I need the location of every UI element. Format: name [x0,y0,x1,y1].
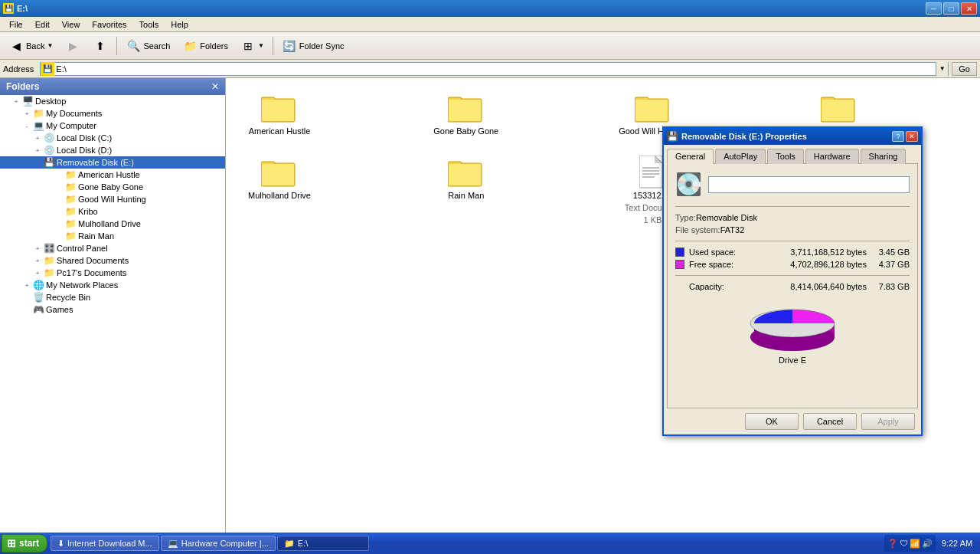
sidebar-item-american-hustle[interactable]: 📁 American Hustle [0,169,225,181]
restore-button[interactable]: □ [943,2,959,15]
sidebar-item-label: Control Panel [55,244,108,253]
menu-tools[interactable]: Tools [133,18,165,31]
sidebar-item-games[interactable]: 🎮 Games [0,303,225,316]
sidebar-item-label: Good Will Hunting [77,195,146,204]
explorer-icon: 📁 [284,539,295,549]
sidebar-item-my-network-places[interactable]: + 🌐 My Network Places [0,279,225,291]
tab-hardware[interactable]: Hardware [805,149,859,164]
forward-button[interactable]: ▶ [60,35,86,57]
address-dropdown-icon[interactable]: ▼ [936,62,948,76]
taskbar-item-idm[interactable]: ⬇ Internet Download M... [51,536,159,551]
up-icon: ⬆ [93,38,108,54]
sidebar-item-label: Recycle Bin [44,293,90,302]
title-bar: 💾 E:\ ─ □ ✕ [0,0,980,17]
tab-tools[interactable]: Tools [767,149,804,164]
sidebar-item-local-d[interactable]: + 💿 Local Disk (D:) [0,144,225,156]
views-icon: ⊞ [240,38,256,54]
hardware-icon: 💻 [168,539,178,549]
sidebar-item-rain-man[interactable]: 📁 Rain Man [0,230,225,242]
question-icon: ❓ [887,539,898,549]
sidebar-item-label: American Hustle [77,170,140,179]
close-button[interactable]: ✕ [961,2,977,15]
sidebar-item-kribo[interactable]: 📁 Kribo [0,205,225,218]
taskbar-item-explorer[interactable]: 📁 E:\ [277,536,369,551]
sidebar-item-label: Mulholland Drive [77,219,141,228]
sidebar-item-good-will-hunting[interactable]: 📁 Good Will Hunting [0,193,225,205]
apply-button[interactable]: Apply [861,413,915,430]
sidebar-item-label: Desktop [34,97,66,106]
expand-shared-docs-icon[interactable]: + [32,255,43,266]
sidebar-item-label: Pc17's Documents [55,268,126,277]
address-input[interactable] [54,63,936,75]
expand-local-c-icon[interactable]: + [32,133,43,143]
sidebar-item-my-computer[interactable]: - 💻 My Computer [0,120,225,132]
file-item-rain-man[interactable]: Rain Man [420,150,512,231]
windows-logo-icon: ⊞ [7,537,16,549]
folders-button[interactable]: 📁 Folders [177,35,234,57]
file-label: Rain Man [448,191,484,200]
expand-local-d-icon[interactable]: + [32,145,43,156]
toolbar: ◀ Back ▼ ▶ ⬆ 🔍 Search 📁 Folders ⊞ ▼ 🔄 Fo… [0,32,980,60]
expand-desktop-icon[interactable]: + [11,96,21,107]
control-panel-icon: 🎛️ [43,243,55,254]
menu-help[interactable]: Help [165,18,194,31]
used-color-box [675,247,684,257]
sidebar-item-desktop[interactable]: + 🖥️ Desktop [0,95,225,107]
disk-info-row: 💽 [675,172,910,197]
games-icon: 🎮 [32,304,44,315]
back-button[interactable]: ◀ Back ▼ [3,35,58,57]
expand-my-documents-icon[interactable]: + [21,108,32,119]
tab-autoplay[interactable]: AutoPlay [715,149,766,164]
sidebar-item-local-c[interactable]: + 💿 Local Disk (C:) [0,132,225,144]
disk-name-input[interactable] [708,176,910,193]
dialog-help-button[interactable]: ? [892,131,904,142]
type-value: Removable Disk [696,213,757,222]
sidebar-item-control-panel[interactable]: + 🎛️ Control Panel [0,242,225,254]
removable-e-icon: 💾 [43,157,55,168]
expand-network-icon[interactable]: + [21,280,32,290]
sidebar-item-recycle-bin[interactable]: 🗑️ Recycle Bin [0,291,225,303]
start-button[interactable]: ⊞ start [2,534,47,552]
folder-icon [261,157,298,188]
file-item-american-hustle[interactable]: American Hustle [234,86,325,143]
menu-favorites[interactable]: Favorites [86,18,132,31]
expand-my-computer-icon[interactable]: - [21,120,32,131]
sidebar-item-gone-baby-gone[interactable]: 📁 Gone Baby Gone [0,181,225,193]
svg-rect-5 [449,100,481,121]
cancel-button[interactable]: Cancel [803,413,857,430]
expand-control-panel-icon[interactable]: + [32,243,43,254]
sidebar-item-label: Shared Documents [55,256,129,265]
up-button[interactable]: ⬆ [87,35,113,57]
menu-file[interactable]: File [3,18,29,31]
dialog-footer: OK Cancel Apply [664,408,921,434]
local-c-icon: 💿 [43,133,55,143]
sidebar-item-mulholland-drive[interactable]: 📁 Mulholland Drive [0,218,225,230]
minimize-button[interactable]: ─ [926,2,942,15]
views-button[interactable]: ⊞ ▼ [235,35,270,57]
menu-view[interactable]: View [56,18,87,31]
file-label: Mulholland Drive [248,191,311,200]
sidebar-item-removable-e[interactable]: - 💾 Removable Disk (E:) [0,156,225,169]
expand-removable-e-icon[interactable]: - [32,157,43,168]
folder-icon [635,93,671,123]
sidebar-close-button[interactable]: ✕ [211,81,219,92]
sidebar-item-shared-documents[interactable]: + 📁 Shared Documents [0,254,225,267]
go-button[interactable]: Go [952,62,977,76]
sidebar-item-label: Local Disk (C:) [55,133,112,143]
taskbar-item-hardware[interactable]: 💻 Hardware Computer |... [161,536,276,551]
dialog-close-button[interactable]: ✕ [906,131,918,142]
foldersync-button[interactable]: 🔄 Folder Sync [276,35,350,57]
expand-pc17-docs-icon[interactable]: + [32,267,43,278]
file-item-mulholland-drive[interactable]: Mulholland Drive [234,150,325,231]
sidebar-item-pc17-documents[interactable]: + 📁 Pc17's Documents [0,267,225,279]
ok-button[interactable]: OK [745,413,799,430]
tab-general[interactable]: General [667,149,714,164]
sidebar-item-my-documents[interactable]: + 📁 My Documents [0,107,225,120]
dialog-title-buttons: ? ✕ [892,131,918,142]
pie-chart [746,299,838,352]
file-item-gone-baby-gone[interactable]: Gone Baby Gone [420,86,512,143]
taskbar-item-label: Hardware Computer |... [181,539,269,548]
menu-edit[interactable]: Edit [29,18,56,31]
tab-sharing[interactable]: Sharing [861,149,906,164]
search-button[interactable]: 🔍 Search [120,35,175,57]
